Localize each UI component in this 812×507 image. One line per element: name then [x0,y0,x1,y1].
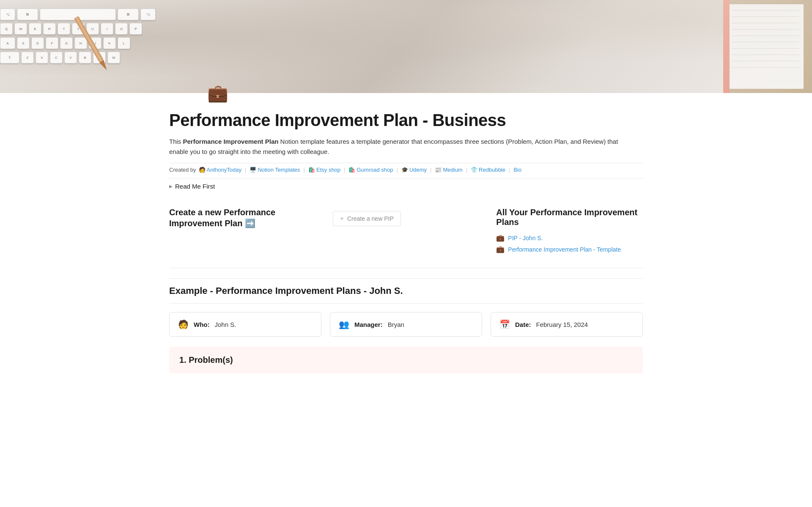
etsy-label: Etsy shop [316,167,340,173]
who-icon: 🧑 [178,319,189,329]
who-label: Who: [194,321,209,328]
redbubble-icon: 👕 [471,167,477,173]
gumroad-label: Gumroad shop [357,167,393,173]
udemy-icon: 🎓 [401,167,408,173]
bio-label: Bio [513,167,521,173]
who-value: John S. [214,321,236,328]
date-card: 📅 Date: February 15, 2024 [491,312,643,337]
etsy-icon: 🛍️ [308,167,315,173]
separator-7: | [509,167,510,173]
manager-label: Manager: [354,321,383,328]
create-pip-section: Create a new Performance Improvement Pla… [169,207,316,236]
problem-section: 1. Problem(s) [169,347,643,373]
redbubble-label: Redbubble [479,167,505,173]
notion-templates-icon: 🖥️ [250,167,256,173]
separator-6: | [466,167,467,173]
medium-icon: 📰 [435,167,442,173]
notion-templates-link[interactable]: 🖥️ Notion Templates [250,167,300,173]
date-value: February 15, 2024 [536,321,588,328]
example-section: Example - Performance Improvement Plans … [169,278,643,373]
creator-name: AnthonyToday [207,167,241,173]
date-icon: 📅 [499,319,510,329]
hero-banner: ⌥ ⌘ ⌘ ⌥ Q W E R T Y U I O P A S D [0,0,812,93]
page-icon: 💼 [207,80,233,106]
info-cards: 🧑 Who: John S. 👥 Manager: Bryan 📅 Date: … [169,312,643,337]
separator-2: | [304,167,305,173]
pip-item-label-2: Performance Improvement Plan - Template [508,246,621,253]
example-heading: Example - Performance Improvement Plans … [169,278,643,304]
separator-5: | [430,167,431,173]
medium-label: Medium [443,167,462,173]
main-grid: Create a new Performance Improvement Pla… [169,194,643,268]
triangle-icon: ▶ [169,184,173,189]
gumroad-link[interactable]: 🛍️ Gumroad shop [348,167,393,173]
who-card: 🧑 Who: John S. [169,312,321,337]
create-pip-button-area: + Create a new PIP [333,207,480,226]
create-pip-heading: Create a new Performance Improvement Pla… [169,207,316,229]
pip-item-label-1: PIP - John S. [508,235,543,241]
udemy-label: Udemy [409,167,427,173]
bio-link[interactable]: Bio [513,167,521,173]
all-pips-heading: All Your Performance Improvement Plans [496,208,643,227]
all-pips-section: All Your Performance Improvement Plans 💼… [496,207,643,255]
medium-link[interactable]: 📰 Medium [435,167,462,173]
notebook-decoration [643,0,812,93]
separator-4: | [396,167,398,173]
pip-icon-1: 💼 [496,234,505,242]
manager-icon: 👥 [339,319,349,329]
create-pip-button[interactable]: + Create a new PIP [333,211,401,226]
pip-list: 💼 PIP - John S. 💼 Performance Improvemen… [496,232,643,255]
section-divider [169,268,643,268]
problem-heading: 1. Problem(s) [179,355,633,365]
notion-templates-label: Notion Templates [258,167,300,173]
created-by-bar: Created by 🧑 AnthonyToday | 🖥️ Notion Te… [169,163,643,176]
description-pre: This [169,138,183,145]
read-me-toggle[interactable]: ▶ Read Me First [169,183,643,190]
created-by-label: Created by [169,167,196,173]
separator-3: | [344,167,345,173]
manager-card: 👥 Manager: Bryan [330,312,482,337]
read-me-section: ▶ Read Me First [169,178,643,194]
creator-link[interactable]: 🧑 AnthonyToday [199,167,241,173]
plus-icon: + [340,215,344,222]
gumroad-icon: 🛍️ [348,167,355,173]
page-description: This Performance Improvement Plan Notion… [169,137,634,157]
pip-list-item-1[interactable]: 💼 PIP - John S. [496,232,643,244]
udemy-link[interactable]: 🎓 Udemy [401,167,427,173]
manager-value: Bryan [388,321,404,328]
pip-icon-2: 💼 [496,245,505,253]
read-me-label: Read Me First [175,183,215,190]
etsy-link[interactable]: 🛍️ Etsy shop [308,167,340,173]
create-pip-button-label: Create a new PIP [347,215,394,222]
page-title: Performance Improvement Plan - Business [169,111,643,130]
redbubble-link[interactable]: 👕 Redbubble [471,167,505,173]
pip-list-item-2[interactable]: 💼 Performance Improvement Plan - Templat… [496,244,643,255]
creator-icon: 🧑 [199,167,206,173]
date-label: Date: [515,321,531,328]
separator-1: | [245,167,246,173]
description-bold: Performance Improvement Plan [183,138,279,145]
